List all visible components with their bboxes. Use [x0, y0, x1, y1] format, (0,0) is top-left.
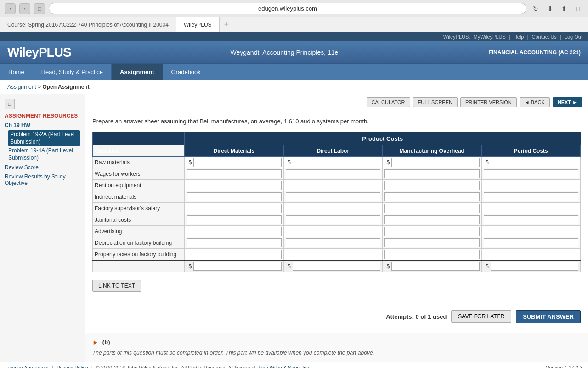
total-input-total-direct-labor[interactable] [293, 262, 380, 271]
sidebar-section[interactable]: Ch 19 HW [5, 122, 80, 128]
sidebar-review-score[interactable]: Review Score [5, 164, 80, 171]
save-for-later-btn[interactable]: SAVE FOR LATER [451, 310, 511, 323]
new-tab-btn[interactable]: + [220, 17, 234, 32]
input-5-manufacturing-overhead[interactable] [384, 215, 480, 224]
input-cell-5-period-costs [481, 214, 581, 225]
input-8-direct-materials[interactable] [187, 250, 282, 259]
sidebar-review-results[interactable]: Review Results by Study Objective [5, 173, 80, 186]
total-dollar-sign: $ [187, 263, 192, 270]
footer-company[interactable]: John Wiley & Sons, Inc. [257, 365, 311, 368]
total-cell-total-direct-materials: $ [185, 260, 284, 272]
input-8-period-costs[interactable] [484, 250, 579, 259]
input-0-direct-labor[interactable] [293, 158, 380, 167]
input-7-direct-labor[interactable] [286, 238, 381, 247]
back-btn[interactable]: ◄ BACK [520, 97, 550, 107]
input-cell-2-direct-materials [185, 179, 284, 191]
breadcrumb-current: Open Assignment [42, 84, 89, 90]
input-0-direct-materials[interactable] [193, 158, 281, 167]
input-cell-2-period-costs [481, 179, 581, 191]
breadcrumb-separator: > [38, 84, 42, 90]
sidebar-item-problem-2[interactable]: Problem 19-4A (Part Level Submission) [8, 147, 80, 161]
nav-read-study[interactable]: Read, Study & Practice [33, 64, 112, 80]
forward-nav-btn[interactable]: › [19, 3, 30, 14]
input-3-period-costs[interactable] [484, 192, 579, 201]
input-4-manufacturing-overhead[interactable] [384, 204, 480, 213]
input-4-direct-labor[interactable] [286, 204, 381, 213]
total-input-total-period-costs[interactable] [491, 262, 578, 271]
input-8-direct-labor[interactable] [286, 250, 381, 259]
submit-answer-btn[interactable]: SUBMIT ANSWER [516, 310, 581, 323]
input-5-direct-labor[interactable] [286, 215, 381, 224]
input-5-direct-materials[interactable] [187, 215, 282, 224]
input-2-period-costs[interactable] [484, 181, 579, 190]
input-2-direct-labor[interactable] [286, 181, 381, 190]
input-4-direct-materials[interactable] [187, 204, 282, 213]
divider-1: | [509, 34, 510, 40]
input-7-direct-materials[interactable] [187, 238, 282, 247]
input-3-direct-labor[interactable] [286, 192, 381, 201]
input-2-manufacturing-overhead[interactable] [384, 181, 480, 190]
input-2-direct-materials[interactable] [187, 181, 282, 190]
total-input-total-manufacturing-overhead[interactable] [391, 262, 479, 271]
footer-license[interactable]: License Agreement [6, 365, 49, 368]
site-logo: WileyPLUS [7, 45, 71, 60]
input-0-period-costs[interactable] [491, 158, 578, 167]
tab-2[interactable]: WileyPLUS [176, 17, 220, 32]
footer-copyright: © 2000-2016 John Wiley & Sons, Inc. [96, 365, 180, 368]
share-icon[interactable]: ⬆ [559, 3, 570, 14]
nav-assignment[interactable]: Assignment [112, 64, 163, 80]
printer-version-btn[interactable]: PRINTER VERSION [460, 97, 517, 107]
input-1-direct-labor[interactable] [286, 169, 381, 178]
input-3-manufacturing-overhead[interactable] [384, 192, 480, 201]
reload-icon[interactable]: ↻ [530, 3, 541, 14]
input-1-period-costs[interactable] [484, 169, 579, 178]
input-cell-4-direct-materials [185, 202, 284, 214]
input-6-manufacturing-overhead[interactable] [384, 227, 480, 236]
sidebar-item-problem-1[interactable]: Problem 19-2A (Part Level Submission) [8, 130, 80, 146]
nav-home[interactable]: Home [0, 64, 33, 80]
input-6-direct-labor[interactable] [286, 227, 381, 236]
dollar-sign: $ [286, 159, 292, 166]
input-7-manufacturing-overhead[interactable] [384, 238, 480, 247]
part-b-section: ► (b) The parts of this question must be… [85, 333, 588, 362]
input-5-period-costs[interactable] [484, 215, 579, 224]
footer-rights: All Rights Reserved. A Division of [181, 365, 256, 368]
input-6-direct-materials[interactable] [187, 227, 282, 236]
tab-1[interactable]: Course: Spring 2016 AC222-740 Principles… [0, 17, 176, 32]
footer-privacy[interactable]: Privacy Policy [57, 365, 88, 368]
top-nav-help[interactable]: Help [514, 34, 524, 40]
part-b-header: ► (b) [92, 339, 581, 346]
input-7-period-costs[interactable] [484, 238, 579, 247]
input-cell-0-direct-labor: $ [283, 156, 383, 168]
attempts-area: Attempts: 0 of 1 used SAVE FOR LATER SUB… [85, 305, 588, 329]
link-to-text-btn[interactable]: LINK TO TEXT [92, 280, 141, 292]
next-btn[interactable]: NEXT ► [553, 97, 582, 107]
nav-gradebook[interactable]: Gradebook [163, 64, 209, 80]
input-6-period-costs[interactable] [484, 227, 579, 236]
collapse-sidebar-btn[interactable]: □ [5, 99, 15, 109]
breadcrumb-link[interactable]: Assignment [7, 84, 36, 90]
top-nav-logout[interactable]: Log Out [565, 34, 582, 40]
back-nav-btn[interactable]: ‹ [5, 3, 16, 14]
total-input-total-direct-materials[interactable] [193, 262, 281, 271]
input-8-manufacturing-overhead[interactable] [384, 250, 480, 259]
dollar-sign: $ [484, 159, 490, 166]
input-cell-8-direct-materials [185, 248, 284, 260]
download-icon[interactable]: ⬇ [545, 3, 556, 14]
input-4-period-costs[interactable] [484, 204, 579, 213]
top-nav-mywp[interactable]: MyWileyPLUS [474, 34, 506, 40]
input-1-manufacturing-overhead[interactable] [384, 169, 480, 178]
cost-item-cell: Property taxes on factory building [93, 248, 185, 260]
input-3-direct-materials[interactable] [187, 192, 282, 201]
url-bar[interactable]: edugen.wileyplus.com [49, 3, 526, 14]
input-cell-1-direct-materials [185, 168, 284, 179]
top-nav-contact[interactable]: Contact Us [531, 34, 556, 40]
input-cell-2-manufacturing-overhead [383, 179, 482, 191]
fullscreen-icon[interactable]: □ [572, 3, 583, 14]
input-1-direct-materials[interactable] [187, 169, 282, 178]
input-0-manufacturing-overhead[interactable] [391, 158, 479, 167]
sidebar: □ ASSIGNMENT RESOURCES Ch 19 HW Problem … [0, 94, 85, 362]
calculator-btn[interactable]: CALCULATOR [367, 97, 410, 107]
window-btn[interactable]: □ [34, 3, 45, 14]
fullscreen-btn[interactable]: FULL SCREEN [413, 97, 458, 107]
